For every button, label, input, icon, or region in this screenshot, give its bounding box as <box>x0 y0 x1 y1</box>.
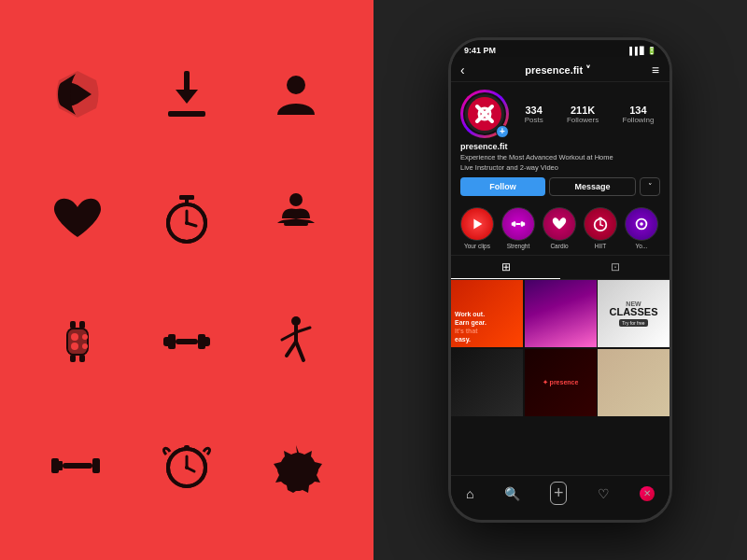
grid-cell-workout[interactable]: Work out.Earn gear.It's thateasy. <box>451 280 523 347</box>
status-icons: ▐▐ ▊ 🔋 <box>627 47 656 55</box>
svg-rect-20 <box>79 321 85 329</box>
svg-point-23 <box>71 333 78 341</box>
menu-button[interactable]: ≡ <box>652 63 660 77</box>
time-display: 9:41 PM <box>464 46 496 55</box>
svg-rect-39 <box>92 461 98 470</box>
highlight-label-cardio: Cardio <box>550 243 568 249</box>
svg-rect-21 <box>70 355 76 362</box>
posts-count: 334 <box>525 105 542 116</box>
svg-line-60 <box>600 225 603 226</box>
svg-rect-37 <box>57 461 63 470</box>
profile-icon <box>259 57 333 132</box>
story-highlights: Your clips Strenght <box>451 202 669 256</box>
phone-screen: ‹ presence.fit ˅ ≡ <box>451 57 669 509</box>
grid-tab[interactable]: ⊞ <box>451 256 560 279</box>
more-options-button[interactable]: ˅ <box>640 177 660 196</box>
add-to-story-button[interactable]: + <box>496 125 509 138</box>
svg-point-63 <box>640 222 643 226</box>
svg-point-24 <box>71 343 78 350</box>
content-tabs: ⊞ ⊡ <box>451 256 669 280</box>
svg-rect-57 <box>515 223 520 225</box>
svg-point-3 <box>287 76 305 94</box>
highlight-yourclips[interactable]: Your clips <box>460 207 494 249</box>
bottom-navigation: ⌂ 🔍 + ♡ ✕ <box>451 475 669 509</box>
highlight-cardio[interactable]: Cardio <box>543 207 576 249</box>
following-stat: 134 Following <box>623 105 655 124</box>
followers-label: Followers <box>567 116 599 124</box>
profile-bio: Experience the Most Advanced Workout at … <box>460 153 660 173</box>
svg-rect-16 <box>68 329 87 354</box>
posts-label: Posts <box>525 116 543 124</box>
svg-rect-22 <box>79 355 85 362</box>
grid-cell-new-classes[interactable]: NEW CLASSES Try for free <box>598 280 669 347</box>
posts-stat: 334 Posts <box>525 105 543 124</box>
status-bar: 9:41 PM ▐▐ ▊ 🔋 <box>451 40 669 57</box>
tagged-tab[interactable]: ⊡ <box>560 256 669 279</box>
svg-line-33 <box>296 328 310 332</box>
grid-cell-presence[interactable]: ✦ presence <box>525 349 597 416</box>
svg-point-12 <box>289 193 303 206</box>
profile-name: presence.fit <box>460 142 660 151</box>
svg-point-9 <box>185 221 189 225</box>
highlight-hiit[interactable]: HIIT <box>584 207 617 249</box>
profile-username[interactable]: presence.fit ˅ <box>525 64 591 77</box>
svg-rect-55 <box>514 221 516 226</box>
classes-label: CLASSES <box>610 307 658 317</box>
svg-rect-28 <box>198 334 205 349</box>
grid-cell-athlete[interactable] <box>525 280 597 347</box>
grid-cell-dark-figure[interactable] <box>451 349 523 416</box>
svg-rect-19 <box>70 321 76 329</box>
dumbbell-small-icon <box>149 304 224 379</box>
highlight-label-hiit: HIIT <box>595 243 606 249</box>
highlight-circle-cardio <box>543 207 576 241</box>
highlight-label-strength: Strenght <box>507 243 530 249</box>
meditation-icon <box>259 181 333 256</box>
svg-rect-11 <box>179 195 194 200</box>
svg-point-45 <box>185 466 189 469</box>
svg-rect-46 <box>184 445 190 450</box>
photo-grid: Work out.Earn gear.It's thateasy. NEW CL… <box>451 280 669 475</box>
svg-point-18 <box>82 343 88 349</box>
highlight-circle-strength <box>501 207 535 241</box>
svg-rect-0 <box>168 111 205 117</box>
highlight-circle-yoga <box>625 207 658 241</box>
highlight-label-yoga: Yo... <box>636 243 648 249</box>
back-button[interactable]: ‹ <box>460 63 465 77</box>
search-nav-icon[interactable]: 🔍 <box>504 486 520 501</box>
svg-rect-29 <box>176 339 198 344</box>
profile-section: + 334 Posts 211K Followers 134 <box>451 82 669 202</box>
highlight-circle-play <box>460 207 494 241</box>
following-label: Following <box>623 116 655 124</box>
highlight-strength[interactable]: Strenght <box>501 207 535 249</box>
instagram-header: ‹ presence.fit ˅ ≡ <box>451 57 669 82</box>
follow-button[interactable]: Follow <box>460 177 545 196</box>
message-button[interactable]: Message <box>549 177 636 196</box>
grid-cell-mat[interactable] <box>598 349 669 416</box>
svg-line-34 <box>287 342 296 356</box>
smartwatch-icon <box>40 304 115 379</box>
settings-icon <box>259 428 333 503</box>
create-nav-icon[interactable]: + <box>550 482 568 505</box>
profile-stats: 334 Posts 211K Followers 134 Following <box>518 105 660 124</box>
workout-headline: Work out.Earn gear.It's thateasy. <box>455 310 519 343</box>
svg-marker-2 <box>176 90 198 104</box>
avatar[interactable]: + <box>460 90 509 138</box>
try-label: Try for free <box>619 319 647 327</box>
svg-marker-52 <box>473 219 482 230</box>
followers-stat: 211K Followers <box>567 105 599 124</box>
profile-nav-icon[interactable]: ✕ <box>640 486 655 501</box>
highlight-circle-hiit <box>584 207 617 241</box>
barbell-icon <box>40 428 115 503</box>
svg-point-17 <box>82 334 88 340</box>
following-count: 134 <box>629 105 646 116</box>
heart-icon <box>40 181 115 256</box>
home-nav-icon[interactable]: ⌂ <box>466 486 473 501</box>
svg-rect-61 <box>599 217 602 219</box>
highlight-yoga[interactable]: Yo... <box>625 207 658 249</box>
svg-line-35 <box>296 342 303 360</box>
svg-rect-27 <box>168 334 176 349</box>
svg-line-32 <box>282 332 296 340</box>
likes-nav-icon[interactable]: ♡ <box>598 486 610 501</box>
svg-rect-56 <box>521 221 524 226</box>
timer-icon <box>149 181 224 256</box>
